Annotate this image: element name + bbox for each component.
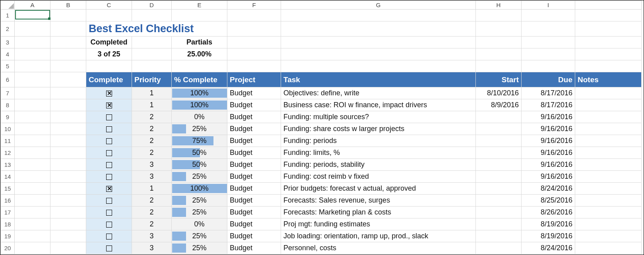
cell[interactable] <box>50 37 86 48</box>
due-cell[interactable]: 9/16/2016 <box>522 135 575 147</box>
start-cell[interactable] <box>476 111 522 123</box>
row-header-1[interactable]: 1 <box>1 10 15 21</box>
col-header-extra[interactable] <box>575 1 642 10</box>
cell[interactable] <box>15 195 50 207</box>
cell[interactable] <box>86 10 132 21</box>
complete-checkbox[interactable] <box>86 207 132 218</box>
cell[interactable] <box>132 37 172 48</box>
priority-cell[interactable]: 2 <box>132 111 172 123</box>
due-cell[interactable]: 8/19/2016 <box>522 218 575 230</box>
row-header-16[interactable]: 16 <box>1 195 15 207</box>
row-header-10[interactable]: 10 <box>1 123 15 135</box>
cell[interactable] <box>15 135 50 147</box>
project-cell[interactable]: Budget <box>227 183 281 195</box>
cell[interactable] <box>476 60 522 72</box>
cell[interactable] <box>15 60 50 72</box>
complete-checkbox[interactable] <box>86 242 132 254</box>
table-header--complete[interactable]: % Complete <box>172 72 227 87</box>
due-cell[interactable]: 9/16/2016 <box>522 147 575 159</box>
cell[interactable] <box>50 195 86 207</box>
row-header-11[interactable]: 11 <box>1 135 15 147</box>
complete-checkbox[interactable] <box>86 111 132 123</box>
col-header-I[interactable]: I <box>522 1 575 10</box>
start-cell[interactable]: 8/9/2016 <box>476 99 522 111</box>
row-header-18[interactable]: 18 <box>1 218 15 230</box>
notes-cell[interactable] <box>575 171 642 183</box>
pct-complete-cell[interactable]: 100% <box>172 183 227 195</box>
cell[interactable] <box>15 207 50 218</box>
complete-checkbox[interactable] <box>86 218 132 230</box>
complete-checkbox[interactable] <box>86 99 132 111</box>
pct-complete-cell[interactable]: 25% <box>172 123 227 135</box>
cell[interactable] <box>172 60 227 72</box>
cell[interactable] <box>132 60 172 72</box>
col-header-H[interactable]: H <box>476 1 522 10</box>
complete-checkbox[interactable] <box>86 183 132 195</box>
due-cell[interactable]: 8/17/2016 <box>522 87 575 99</box>
start-cell[interactable] <box>476 183 522 195</box>
col-header-E[interactable]: E <box>172 1 227 10</box>
cell[interactable] <box>522 10 575 21</box>
cell[interactable] <box>281 10 476 21</box>
project-cell[interactable]: Budget <box>227 171 281 183</box>
pct-complete-cell[interactable]: 25% <box>172 242 227 254</box>
table-header-notes[interactable]: Notes <box>575 72 642 87</box>
cell[interactable] <box>575 60 642 72</box>
cell[interactable] <box>476 10 522 21</box>
row-header-5[interactable]: 5 <box>1 60 15 72</box>
complete-checkbox[interactable] <box>86 87 132 99</box>
cell[interactable] <box>50 171 86 183</box>
row-header-19[interactable]: 19 <box>1 230 15 242</box>
cell[interactable] <box>227 21 281 37</box>
priority-cell[interactable]: 3 <box>132 171 172 183</box>
project-cell[interactable]: Budget <box>227 242 281 254</box>
due-cell[interactable]: 8/19/2016 <box>522 230 575 242</box>
cell[interactable] <box>522 21 575 37</box>
cell[interactable] <box>50 147 86 159</box>
cell[interactable] <box>15 99 50 111</box>
cell[interactable] <box>15 111 50 123</box>
task-cell[interactable]: Job loading: orientation, ramp up, prod.… <box>281 230 476 242</box>
priority-cell[interactable]: 2 <box>132 123 172 135</box>
cell[interactable] <box>50 230 86 242</box>
cell[interactable] <box>15 183 50 195</box>
pct-complete-cell[interactable]: 0% <box>172 111 227 123</box>
row-header-17[interactable]: 17 <box>1 207 15 218</box>
notes-cell[interactable] <box>575 111 642 123</box>
project-cell[interactable]: Budget <box>227 87 281 99</box>
cell[interactable] <box>522 48 575 60</box>
cell[interactable] <box>281 21 476 37</box>
complete-checkbox[interactable] <box>86 123 132 135</box>
cell[interactable] <box>15 171 50 183</box>
start-cell[interactable]: 8/10/2016 <box>476 87 522 99</box>
cell[interactable] <box>15 218 50 230</box>
task-cell[interactable]: Personnel, costs <box>281 242 476 254</box>
priority-cell[interactable]: 3 <box>132 242 172 254</box>
cell[interactable] <box>50 72 86 87</box>
cell[interactable] <box>15 10 50 21</box>
cell[interactable] <box>132 10 172 21</box>
cell[interactable] <box>50 10 86 21</box>
start-cell[interactable] <box>476 207 522 218</box>
pct-complete-cell[interactable]: 50% <box>172 159 227 171</box>
start-cell[interactable] <box>476 147 522 159</box>
notes-cell[interactable] <box>575 207 642 218</box>
cell[interactable] <box>522 37 575 48</box>
notes-cell[interactable] <box>575 135 642 147</box>
priority-cell[interactable]: 3 <box>132 230 172 242</box>
priority-cell[interactable]: 1 <box>132 183 172 195</box>
complete-checkbox[interactable] <box>86 171 132 183</box>
pct-complete-cell[interactable]: 25% <box>172 171 227 183</box>
pct-complete-cell[interactable]: 50% <box>172 147 227 159</box>
notes-cell[interactable] <box>575 159 642 171</box>
due-cell[interactable]: 9/16/2016 <box>522 159 575 171</box>
start-cell[interactable] <box>476 159 522 171</box>
task-cell[interactable]: Objectives: define, write <box>281 87 476 99</box>
cell[interactable] <box>50 242 86 254</box>
due-cell[interactable]: 8/25/2016 <box>522 195 575 207</box>
priority-cell[interactable]: 1 <box>132 87 172 99</box>
cell[interactable] <box>50 123 86 135</box>
table-header-due[interactable]: Due <box>522 72 575 87</box>
cell[interactable] <box>476 37 522 48</box>
priority-cell[interactable]: 2 <box>132 147 172 159</box>
